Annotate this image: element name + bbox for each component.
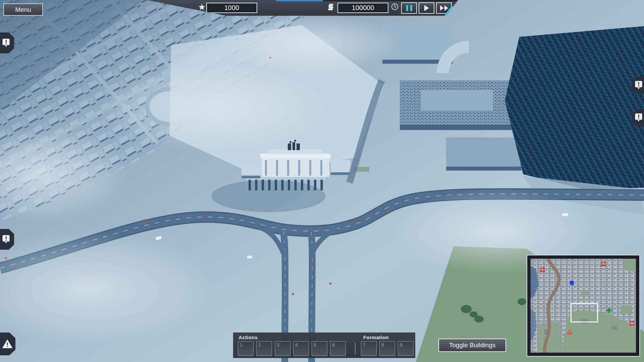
minimap-map[interactable]: [531, 259, 636, 353]
exclamation-bubble-icon: [635, 113, 642, 122]
money-value-field[interactable]: [337, 3, 388, 13]
slot-number: 8: [381, 342, 395, 348]
slot-number: 7: [363, 342, 376, 348]
action-slot-5[interactable]: 5: [312, 341, 327, 356]
clock-icon: [391, 3, 398, 12]
play-button[interactable]: [419, 2, 434, 14]
slot-number: 9: [400, 342, 413, 348]
slot-number: 2: [258, 342, 272, 348]
action-slot-6[interactable]: 6: [330, 341, 346, 356]
action-slot-3[interactable]: 3: [275, 341, 290, 356]
toggle-buildings-button[interactable]: Toggle Buildings: [438, 339, 506, 352]
minimap[interactable]: [527, 255, 640, 357]
action-slot-2[interactable]: 2: [256, 341, 272, 356]
minimap-viewport[interactable]: [571, 303, 598, 323]
exclamation-bubble-icon: [2, 235, 10, 244]
formation-slot-7[interactable]: 7: [361, 341, 377, 356]
formation-label: Formation: [363, 335, 389, 340]
coins-icon: [326, 3, 335, 13]
formation-slot-9[interactable]: 9: [398, 341, 414, 356]
action-slot-4[interactable]: 4: [293, 341, 309, 356]
action-slot-row: 123456: [238, 341, 346, 356]
slot-number: 4: [295, 342, 309, 348]
slot-number: 6: [332, 342, 345, 348]
pause-icon: [406, 5, 408, 11]
slot-number: 5: [314, 342, 327, 348]
exclamation-bubble-tab[interactable]: [0, 33, 14, 53]
actions-label: Actions: [238, 335, 258, 340]
panel-divider: [355, 343, 356, 355]
exclamation-bubble-tab[interactable]: [0, 229, 14, 250]
fast-forward-icon: [440, 5, 444, 11]
pause-button[interactable]: [401, 2, 417, 14]
action-slot-1[interactable]: 1: [238, 341, 254, 356]
formation-slot-row: 789: [361, 341, 414, 356]
exclamation-bubble-icon: [635, 81, 642, 89]
stars-value-field[interactable]: [206, 3, 257, 13]
time-progress-track: [276, 0, 457, 1]
time-progress-fill: [276, 0, 323, 1]
slot-number: 1: [240, 342, 253, 348]
play-icon: [424, 5, 429, 11]
menu-button[interactable]: Menu: [3, 3, 43, 16]
formation-slot-8[interactable]: 8: [379, 341, 395, 356]
slot-number: 3: [277, 342, 290, 348]
warning-triangle-icon: [2, 340, 12, 348]
game-screen: Menu ★: [0, 0, 644, 362]
exclamation-bubble-icon: [2, 39, 10, 47]
actions-panel: Actions Formation 123456 789: [233, 333, 415, 358]
